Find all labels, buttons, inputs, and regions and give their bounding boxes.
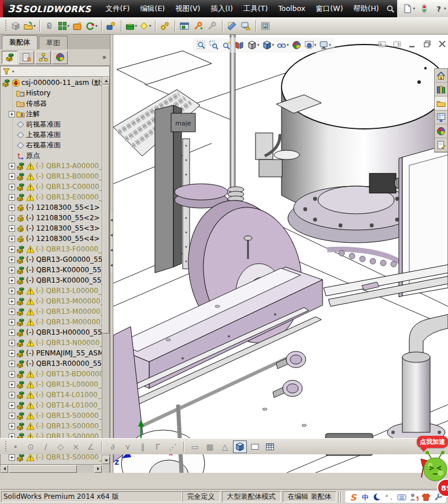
open-button[interactable]: ▾ (23, 19, 37, 33)
tree-item[interactable]: (-) QBR13-F00000_55_ (1, 244, 102, 254)
tree-item[interactable]: (-) QBR13-G00000_55_ASM (1, 254, 102, 265)
expand-toggle[interactable] (9, 225, 15, 232)
rebuild-button[interactable]: ▾ (84, 19, 99, 33)
sketch-chamfer-tool[interactable]: ∠ (84, 440, 98, 453)
tree-horizontal-scrollbar[interactable] (1, 464, 102, 473)
expand-toggle[interactable] (9, 392, 15, 398)
tree-vertical-scrollbar[interactable] (102, 77, 109, 464)
tree-item[interactable]: History (1, 88, 102, 98)
featuremanager-tree-tab[interactable] (2, 51, 17, 64)
separator[interactable] (101, 442, 102, 452)
solidworks-resources-tab[interactable] (435, 69, 447, 83)
scroll-up-button[interactable] (102, 77, 110, 84)
expand-toggle[interactable] (9, 454, 15, 461)
scroll-right-button[interactable] (94, 465, 102, 473)
separator[interactable] (175, 20, 176, 32)
design-library-tab[interactable] (435, 83, 447, 97)
menu-item[interactable]: Toolbox (273, 0, 310, 17)
scroll-down-button[interactable] (102, 457, 110, 464)
expand-toggle[interactable] (9, 267, 15, 273)
circle-tool[interactable]: ⊙ (24, 440, 38, 453)
grid-snap-tool[interactable]: ▦ (203, 440, 217, 453)
tab-sketch[interactable]: 草图 (39, 36, 68, 49)
menu-item[interactable]: 视图(V) (170, 0, 205, 17)
drawing-sheet-button[interactable] (248, 440, 262, 453)
custom-properties-tab[interactable] (435, 138, 447, 152)
collapse-left-pane-button[interactable] (376, 39, 388, 49)
separator[interactable] (39, 20, 40, 32)
panel-overflow-chevron[interactable]: » (102, 53, 108, 61)
tree-item[interactable]: (-) PENMAJIMJ_55_ASM<1> (1, 348, 102, 358)
separator[interactable] (101, 20, 102, 32)
mirror-entities-tool[interactable]: ⋎ (121, 440, 135, 453)
menu-item[interactable]: 帮助(H) (348, 0, 384, 17)
expand-toggle[interactable] (9, 402, 15, 409)
zoom-to-fit-button[interactable] (195, 38, 208, 52)
file-explorer-tab[interactable] (435, 97, 447, 110)
tree-item[interactable]: (-) QBT14-L01000_55_ (1, 390, 102, 400)
doc-close-button[interactable] (436, 39, 448, 49)
tree-item[interactable]: 注解 (1, 109, 102, 119)
zoom-to-selection-button[interactable] (221, 38, 233, 52)
expand-toggle[interactable] (9, 329, 15, 336)
attachment-button[interactable] (43, 19, 57, 33)
doc-restore-button[interactable] (421, 39, 433, 49)
design-table-button[interactable] (263, 440, 277, 453)
move-component-button[interactable] (192, 19, 206, 33)
tree-item[interactable]: (-) QBR13-M00000_55_ (1, 296, 102, 306)
tree-item[interactable]: 右视基准面 (1, 140, 102, 150)
search-icon[interactable] (386, 5, 395, 13)
tree-item[interactable]: (-) QBR13-H00000_55_ASM (1, 327, 102, 338)
expand-toggle[interactable] (9, 163, 15, 169)
expand-toggle[interactable] (9, 236, 15, 242)
menu-item[interactable]: 窗口(W) (310, 0, 348, 17)
displaymanager-tab[interactable] (52, 51, 68, 64)
configurationmanager-tab[interactable] (35, 51, 51, 64)
offset-entities-tool[interactable]: ∥ (136, 440, 150, 453)
polygon-tool[interactable]: ◇ (54, 440, 68, 453)
separator[interactable] (256, 20, 257, 32)
assembly-visualization-button[interactable] (239, 19, 253, 33)
tree-item[interactable]: (-) QBT14-L01000_55_ (1, 400, 102, 410)
sketch-rectangle-tool[interactable]: ▭ (188, 440, 202, 453)
expand-toggle[interactable] (9, 205, 15, 211)
zoom-to-area-button[interactable] (208, 38, 220, 52)
doc-minimize-button[interactable] (406, 39, 418, 49)
expand-toggle[interactable] (9, 173, 15, 180)
soft-keyboard-icon[interactable] (397, 492, 407, 502)
view-palette-tab[interactable] (435, 110, 447, 124)
tree-item[interactable]: (-) QBR13-B00000_55_ (1, 171, 102, 181)
expand-toggle[interactable] (9, 298, 15, 305)
toolbar-drag-handle[interactable] (4, 20, 7, 32)
filter-dropdown-arrow[interactable]: ▾ (12, 69, 14, 74)
collapse-right-pane-button[interactable] (391, 39, 403, 49)
tree-item[interactable]: (-) QBR13-N00000_55_ (1, 338, 102, 348)
toolbar-drag-handle[interactable] (4, 441, 7, 453)
tree-item[interactable]: 上视基准面 (1, 129, 102, 140)
tree-item[interactable]: (-) 12108300_55<4> (默认 (1, 234, 102, 244)
status-light-icon[interactable] (419, 4, 431, 13)
expand-toggle[interactable] (9, 350, 15, 357)
tree-item[interactable]: (-) QBR13-A00000_55_ (1, 161, 102, 171)
measure-button[interactable] (225, 19, 239, 33)
line-tool[interactable]: ∕ (39, 440, 53, 453)
splitter-handle[interactable] (110, 213, 113, 273)
model-3d-view[interactable]: maje (113, 35, 448, 473)
display-style-button[interactable]: ▾ (261, 38, 276, 52)
expand-toggle[interactable] (9, 309, 15, 315)
tree-item[interactable]: (-) QBR13-S00000_55_ (1, 421, 102, 431)
tree-item[interactable]: 前视基准面 (1, 119, 102, 129)
tree-item[interactable]: (-) QBR13-E00000_55_ (1, 192, 102, 202)
separator[interactable] (222, 20, 223, 32)
trim-entities-tool[interactable]: × (69, 440, 83, 453)
angle-tool[interactable]: △ (218, 440, 232, 453)
expand-toggle[interactable] (9, 288, 15, 294)
expand-toggle[interactable] (9, 194, 15, 201)
view-settings-button[interactable]: ▾ (318, 38, 332, 52)
menu-item[interactable]: 编辑(E) (135, 0, 171, 17)
separator[interactable] (155, 20, 156, 32)
tree-item[interactable]: (-) QBR13-S00000_55_ (1, 410, 102, 421)
vertical-scroll-thumb[interactable] (102, 85, 109, 333)
tree-item[interactable]: (-) QBR13-C00000_55_ (1, 181, 102, 192)
expand-toggle[interactable] (9, 423, 15, 429)
